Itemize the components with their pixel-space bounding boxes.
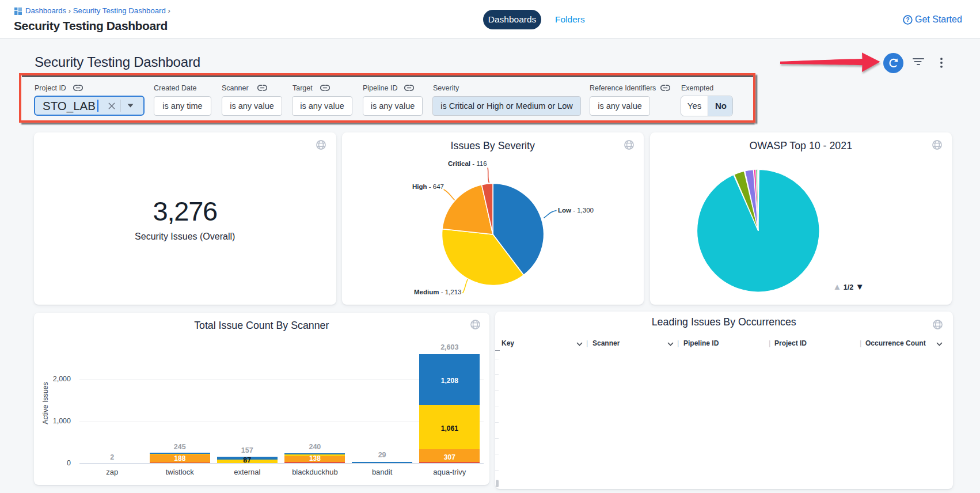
svg-text:Low - 1,300: Low - 1,300 xyxy=(558,207,594,214)
svg-text:?: ? xyxy=(906,16,909,23)
svg-text:Medium - 1,213: Medium - 1,213 xyxy=(414,289,461,295)
svg-text:High - 647: High - 647 xyxy=(412,183,444,190)
svg-text:Critical - 116: Critical - 116 xyxy=(448,160,487,166)
